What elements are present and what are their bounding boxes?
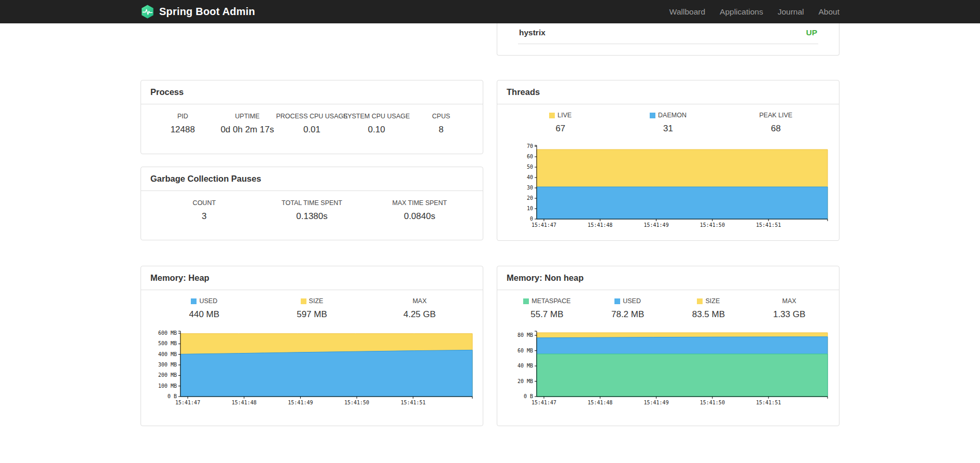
panel-process: Process PID 12488 UPTIME 0d 0h 2m 17s PR… bbox=[141, 80, 483, 154]
metric-pid: PID 12488 bbox=[150, 113, 215, 135]
metric-heap-max: MAX 4.25 GB bbox=[366, 297, 473, 320]
status-badge: UP bbox=[806, 28, 817, 37]
metric-nonheap-metaspace: METASPACE 55.7 MB bbox=[507, 297, 587, 320]
main-content: hystrix UP Process PID 12488 UP bbox=[141, 23, 839, 426]
application-status-card: hystrix UP bbox=[497, 23, 839, 56]
brand-link[interactable]: Spring Boot Admin bbox=[141, 5, 255, 19]
memory-heap-metrics: USED 440 MB SIZE 597 MB MAX bbox=[150, 297, 473, 320]
metric-label-text: SIZE bbox=[705, 297, 720, 305]
metric-threads-daemon: DAEMON 31 bbox=[614, 112, 722, 134]
spring-boot-admin-logo-icon bbox=[141, 5, 155, 19]
threads-metrics: LIVE 67 DAEMON 31 PEAK LIVE bbox=[507, 112, 830, 134]
svg-text:600 MB: 600 MB bbox=[158, 330, 177, 336]
panel-title-gc: Garbage Collection Pauses bbox=[141, 167, 483, 191]
process-metrics: PID 12488 UPTIME 0d 0h 2m 17s PROCESS CP… bbox=[150, 113, 473, 135]
svg-text:15:41:50: 15:41:50 bbox=[700, 222, 725, 228]
panel-gc: Garbage Collection Pauses COUNT 3 TOTAL … bbox=[141, 167, 483, 240]
svg-text:40 MB: 40 MB bbox=[517, 363, 533, 369]
nav-item-wallboard[interactable]: Wallboard bbox=[662, 0, 712, 23]
nav-items: Wallboard Applications Journal About bbox=[662, 0, 839, 23]
svg-text:15:41:51: 15:41:51 bbox=[756, 222, 781, 228]
gc-metrics: COUNT 3 TOTAL TIME SPENT 0.1380s MAX TIM… bbox=[150, 199, 473, 222]
svg-text:20: 20 bbox=[527, 195, 533, 201]
daemon-legend-swatch bbox=[650, 113, 655, 118]
nav-item-applications[interactable]: Applications bbox=[712, 0, 771, 23]
panel-title-threads: Threads bbox=[497, 80, 839, 104]
navbar: Spring Boot Admin Wallboard Applications… bbox=[0, 0, 980, 23]
size-legend-swatch bbox=[697, 298, 703, 304]
row-status: hystrix UP bbox=[141, 23, 839, 56]
panel-title-memory-nonheap: Memory: Non heap bbox=[497, 266, 839, 290]
metric-uptime: UPTIME 0d 0h 2m 17s bbox=[215, 113, 280, 135]
used-legend-swatch bbox=[614, 298, 620, 304]
memory-nonheap-area-chart: 0 B20 MB40 MB60 MB80 MB15:41:4715:41:481… bbox=[507, 328, 830, 407]
svg-text:10: 10 bbox=[527, 206, 533, 211]
metric-label-text: USED bbox=[199, 297, 217, 305]
metric-process-cpu-usage: PROCESS CPU USAGE 0.01 bbox=[279, 113, 344, 135]
svg-text:20 MB: 20 MB bbox=[517, 378, 533, 384]
svg-text:15:41:49: 15:41:49 bbox=[288, 400, 313, 405]
svg-text:15:41:49: 15:41:49 bbox=[643, 400, 668, 405]
svg-text:15:41:49: 15:41:49 bbox=[643, 222, 668, 228]
svg-text:15:41:47: 15:41:47 bbox=[531, 400, 556, 405]
nav-item-about[interactable]: About bbox=[811, 0, 839, 23]
memory-heap-area-chart: 0 B100 MB200 MB300 MB400 MB500 MB600 MB1… bbox=[150, 328, 474, 407]
svg-text:0: 0 bbox=[530, 216, 533, 222]
svg-text:15:41:48: 15:41:48 bbox=[587, 400, 612, 405]
metric-label-text: DAEMON bbox=[658, 112, 687, 119]
metaspace-legend-swatch bbox=[523, 298, 529, 304]
svg-text:15:41:47: 15:41:47 bbox=[531, 222, 556, 228]
row-2: Memory: Heap USED 440 MB bbox=[141, 266, 839, 426]
metric-threads-live: LIVE 67 bbox=[507, 112, 614, 134]
metric-gc-max-time: MAX TIME SPENT 0.0840s bbox=[366, 199, 473, 222]
application-status-row[interactable]: hystrix UP bbox=[518, 23, 818, 44]
threads-area-chart: 01020304050607015:41:4715:41:4815:41:491… bbox=[507, 142, 830, 229]
metric-threads-peak-live: PEAK LIVE 68 bbox=[722, 112, 830, 134]
live-legend-swatch bbox=[549, 113, 555, 118]
svg-text:40: 40 bbox=[527, 174, 533, 180]
metric-heap-size: SIZE 597 MB bbox=[258, 297, 366, 320]
svg-text:100 MB: 100 MB bbox=[158, 383, 177, 389]
svg-text:70: 70 bbox=[527, 143, 533, 149]
svg-text:15:41:51: 15:41:51 bbox=[401, 400, 426, 405]
metric-gc-count: COUNT 3 bbox=[150, 199, 258, 222]
svg-text:15:41:50: 15:41:50 bbox=[700, 400, 725, 405]
metric-label-text: LIVE bbox=[557, 112, 571, 119]
navbar-inner: Spring Boot Admin Wallboard Applications… bbox=[141, 0, 839, 23]
metric-nonheap-size: SIZE 83.5 MB bbox=[668, 297, 749, 320]
svg-text:15:41:50: 15:41:50 bbox=[344, 400, 369, 405]
panel-memory-nonheap: Memory: Non heap METASPACE 55.7 MB bbox=[497, 266, 839, 426]
svg-text:15:41:51: 15:41:51 bbox=[756, 400, 781, 405]
panel-title-memory-heap: Memory: Heap bbox=[141, 266, 483, 290]
svg-text:60: 60 bbox=[527, 154, 533, 159]
metric-heap-used: USED 440 MB bbox=[150, 297, 258, 320]
panel-threads: Threads LIVE 67 bbox=[497, 80, 839, 241]
svg-text:400 MB: 400 MB bbox=[158, 351, 177, 357]
svg-text:0 B: 0 B bbox=[524, 393, 533, 399]
svg-text:15:41:48: 15:41:48 bbox=[232, 400, 257, 405]
svg-text:15:41:47: 15:41:47 bbox=[175, 400, 200, 405]
svg-text:80 MB: 80 MB bbox=[517, 332, 533, 338]
metric-nonheap-used: USED 78.2 MB bbox=[587, 297, 668, 320]
svg-text:200 MB: 200 MB bbox=[158, 372, 177, 378]
row-1: Process PID 12488 UPTIME 0d 0h 2m 17s PR… bbox=[141, 80, 839, 241]
brand-title: Spring Boot Admin bbox=[159, 6, 255, 18]
memory-nonheap-metrics: METASPACE 55.7 MB USED 78.2 MB bbox=[507, 297, 830, 320]
metric-system-cpu-usage: SYSTEM CPU USAGE 0.10 bbox=[344, 113, 409, 135]
svg-text:0 B: 0 B bbox=[167, 393, 177, 399]
metric-gc-total-time: TOTAL TIME SPENT 0.1380s bbox=[258, 199, 366, 222]
metric-label-text: SIZE bbox=[309, 297, 324, 305]
svg-text:500 MB: 500 MB bbox=[158, 341, 177, 346]
svg-text:300 MB: 300 MB bbox=[158, 362, 177, 367]
metric-label-text: METASPACE bbox=[531, 297, 570, 305]
metric-nonheap-max: MAX 1.33 GB bbox=[749, 297, 830, 320]
application-name: hystrix bbox=[519, 28, 545, 37]
metric-cpus: CPUS 8 bbox=[409, 113, 473, 135]
nav-item-journal[interactable]: Journal bbox=[771, 0, 811, 23]
svg-text:60 MB: 60 MB bbox=[517, 348, 533, 353]
metric-label-text: USED bbox=[623, 297, 641, 305]
svg-text:50: 50 bbox=[527, 164, 533, 170]
svg-text:30: 30 bbox=[527, 185, 533, 190]
size-legend-swatch bbox=[301, 298, 306, 304]
used-legend-swatch bbox=[191, 298, 197, 304]
